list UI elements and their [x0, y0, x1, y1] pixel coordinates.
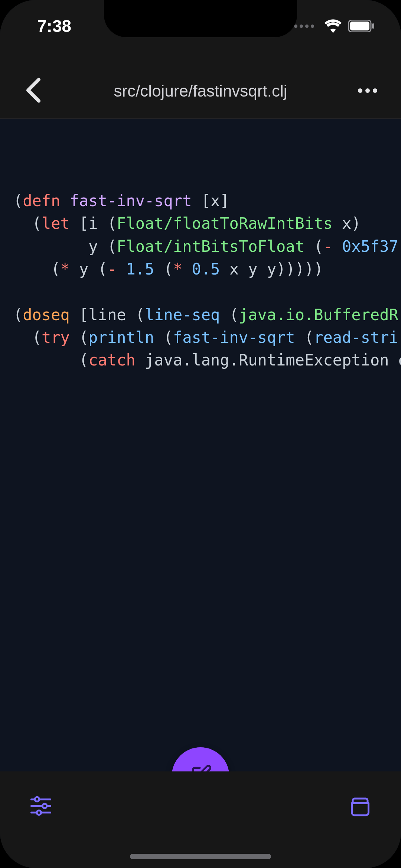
svg-rect-1 — [350, 22, 369, 30]
cellular-dots-icon — [294, 25, 314, 28]
settings-sliders-button[interactable] — [26, 792, 56, 822]
sliders-icon — [29, 796, 52, 818]
status-indicators — [294, 19, 375, 33]
svg-point-11 — [37, 810, 41, 815]
svg-point-5 — [373, 88, 377, 93]
files-button[interactable] — [345, 792, 375, 822]
wifi-icon — [324, 19, 342, 33]
svg-point-9 — [42, 804, 47, 808]
home-indicator — [130, 854, 271, 859]
svg-rect-2 — [372, 23, 374, 29]
back-button[interactable] — [19, 76, 48, 106]
chevron-left-icon — [25, 77, 42, 105]
file-path-title: src/clojure/fastinvsqrt.clj — [114, 82, 287, 100]
more-button[interactable] — [353, 76, 382, 106]
more-horizontal-icon — [358, 88, 378, 94]
status-time: 7:38 — [37, 16, 71, 36]
header: src/clojure/fastinvsqrt.clj — [0, 63, 401, 119]
svg-point-4 — [365, 88, 370, 93]
battery-icon — [348, 20, 375, 32]
device-notch — [104, 0, 297, 37]
bottom-toolbar — [0, 771, 401, 868]
archive-box-icon — [349, 796, 371, 818]
code-content: (defn fast-inv-sqrt [x] (let [i (Float/f… — [13, 189, 401, 372]
code-viewer[interactable]: (defn fast-inv-sqrt [x] (let [i (Float/f… — [0, 119, 401, 771]
svg-point-7 — [35, 797, 39, 802]
svg-point-3 — [358, 88, 362, 93]
